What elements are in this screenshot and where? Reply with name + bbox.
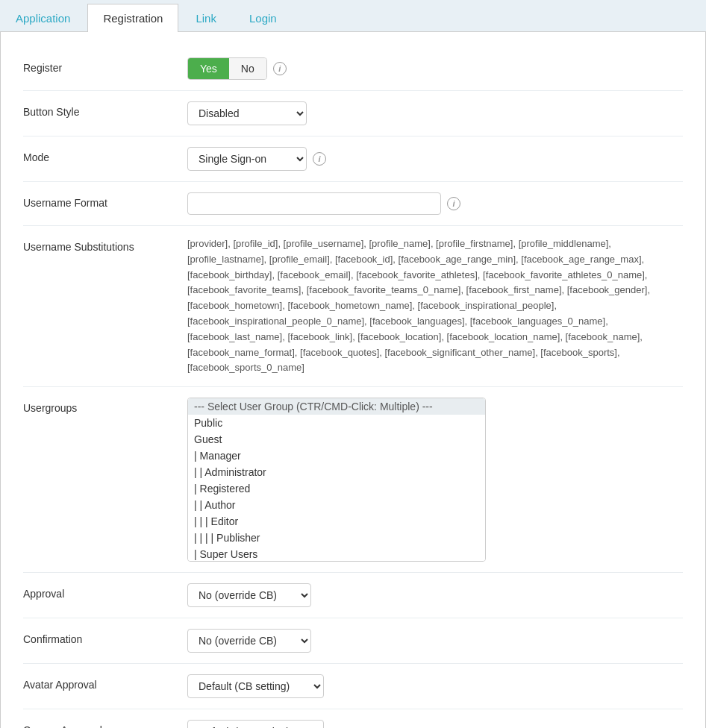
mode-select[interactable]: Single Sign-on Registration Link [187, 147, 307, 171]
usergroup-option-publisher[interactable]: | | | | Publisher [188, 530, 485, 546]
confirmation-control: No (override CB) Yes Default [187, 629, 683, 653]
usergroup-option-manager[interactable]: | Manager [188, 448, 485, 464]
mode-label: Mode [23, 147, 187, 163]
username-format-control: i [187, 192, 683, 215]
usergroup-option-superusers[interactable]: | Super Users [188, 546, 485, 562]
button-style-row: Button Style Disabled Enabled Custom [23, 91, 683, 136]
mode-control: Single Sign-on Registration Link i [187, 147, 683, 171]
button-style-control: Disabled Enabled Custom [187, 101, 683, 125]
usergroup-option-guest[interactable]: Guest [188, 431, 485, 448]
username-format-info-icon[interactable]: i [447, 197, 460, 210]
username-format-input[interactable] [187, 192, 441, 215]
tab-link[interactable]: Link [180, 4, 232, 32]
confirmation-row: Confirmation No (override CB) Yes Defaul… [23, 618, 683, 664]
confirmation-label: Confirmation [23, 629, 187, 645]
mode-row: Mode Single Sign-on Registration Link i [23, 136, 683, 182]
username-format-label: Username Format [23, 192, 187, 209]
mode-info-icon[interactable]: i [313, 152, 326, 166]
register-info-icon[interactable]: i [273, 62, 287, 75]
tabs-bar: Application Registration Link Login [0, 0, 706, 32]
button-style-select[interactable]: Disabled Enabled Custom [187, 101, 307, 125]
usergroup-option-author[interactable]: | | Author [188, 497, 485, 513]
register-no-button[interactable]: No [229, 58, 266, 79]
tab-application[interactable]: Application [0, 4, 86, 32]
tab-login[interactable]: Login [234, 4, 293, 32]
usergroup-option-administrator[interactable]: | | Administrator [188, 464, 485, 480]
usergroups-label: Usergroups [23, 398, 187, 414]
app-container: Application Registration Link Login Regi… [0, 0, 706, 728]
username-substitutions-text: [provider], [profile_id], [profile_usern… [187, 236, 683, 376]
usergroups-control: --- Select User Group (CTR/CMD-Click: Mu… [187, 398, 683, 562]
register-row: Register Yes No i [23, 47, 683, 91]
canvas-approval-row: Canvas Approval Default (CB setting) Yes… [23, 709, 683, 728]
avatar-approval-row: Avatar Approval Default (CB setting) Yes… [23, 664, 683, 709]
username-substitutions-label: Username Substitutions [23, 236, 187, 253]
tab-registration[interactable]: Registration [87, 4, 178, 32]
canvas-approval-select[interactable]: Default (CB setting) Yes No [187, 720, 324, 728]
usergroup-option-registered[interactable]: | Registered [188, 480, 485, 497]
avatar-approval-control: Default (CB setting) Yes No [187, 674, 683, 698]
username-substitutions-row: Username Substitutions [provider], [prof… [23, 226, 683, 387]
usergroup-option-public[interactable]: Public [188, 415, 485, 431]
approval-row: Approval No (override CB) Yes Default [23, 573, 683, 618]
username-format-row: Username Format i [23, 182, 683, 226]
register-yes-button[interactable]: Yes [188, 58, 229, 79]
canvas-approval-label: Canvas Approval [23, 720, 187, 728]
approval-control: No (override CB) Yes Default [187, 583, 683, 607]
usergroup-option-header[interactable]: --- Select User Group (CTR/CMD-Click: Mu… [188, 398, 485, 415]
approval-select[interactable]: No (override CB) Yes Default [187, 583, 311, 607]
usergroups-select[interactable]: --- Select User Group (CTR/CMD-Click: Mu… [187, 398, 486, 562]
register-toggle: Yes No [187, 57, 267, 80]
confirmation-select[interactable]: No (override CB) Yes Default [187, 629, 311, 653]
button-style-label: Button Style [23, 101, 187, 118]
register-label: Register [23, 57, 187, 74]
register-control: Yes No i [187, 57, 683, 80]
avatar-approval-select[interactable]: Default (CB setting) Yes No [187, 674, 324, 698]
approval-label: Approval [23, 583, 187, 600]
username-substitutions-control: [provider], [profile_id], [profile_usern… [187, 236, 683, 376]
tab-content: Register Yes No i Button Style Disabled … [0, 32, 706, 728]
usergroup-option-editor[interactable]: | | | Editor [188, 513, 485, 530]
avatar-approval-label: Avatar Approval [23, 674, 187, 691]
canvas-approval-control: Default (CB setting) Yes No [187, 720, 683, 728]
usergroups-row: Usergroups --- Select User Group (CTR/CM… [23, 387, 683, 573]
